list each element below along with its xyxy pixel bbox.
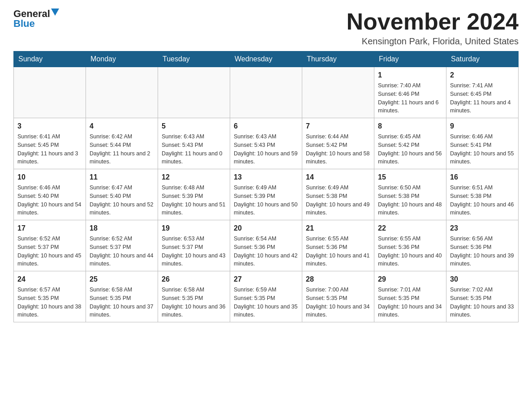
header: General Blue November 2024 Kensington Pa… <box>13 9 519 47</box>
calendar-cell: 13Sunrise: 6:49 AM Sunset: 5:39 PM Dayli… <box>230 169 302 220</box>
day-info: Sunrise: 6:44 AM Sunset: 5:42 PM Dayligh… <box>306 133 370 166</box>
day-info: Sunrise: 6:54 AM Sunset: 5:36 PM Dayligh… <box>234 235 298 268</box>
day-info: Sunrise: 6:46 AM Sunset: 5:41 PM Dayligh… <box>450 133 515 166</box>
calendar-cell: 21Sunrise: 6:55 AM Sunset: 5:36 PM Dayli… <box>302 220 374 271</box>
day-number: 27 <box>234 274 298 285</box>
day-info: Sunrise: 6:58 AM Sunset: 5:35 PM Dayligh… <box>90 286 154 319</box>
day-number: 11 <box>90 172 154 183</box>
day-of-week-saturday: Saturday <box>446 51 519 67</box>
day-info: Sunrise: 6:55 AM Sunset: 5:36 PM Dayligh… <box>306 235 370 268</box>
calendar-cell: 8Sunrise: 6:45 AM Sunset: 5:42 PM Daylig… <box>374 118 446 169</box>
day-number: 1 <box>378 70 442 81</box>
day-info: Sunrise: 6:59 AM Sunset: 5:35 PM Dayligh… <box>234 286 298 319</box>
logo-general-text: General <box>13 9 50 19</box>
calendar-cell: 19Sunrise: 6:53 AM Sunset: 5:37 PM Dayli… <box>158 220 230 271</box>
calendar-cell: 10Sunrise: 6:46 AM Sunset: 5:40 PM Dayli… <box>14 169 86 220</box>
day-info: Sunrise: 6:52 AM Sunset: 5:37 PM Dayligh… <box>17 235 82 268</box>
logo-blue-text: Blue <box>13 19 35 29</box>
calendar-cell: 28Sunrise: 7:00 AM Sunset: 5:35 PM Dayli… <box>302 271 374 322</box>
day-info: Sunrise: 7:01 AM Sunset: 5:35 PM Dayligh… <box>378 286 442 319</box>
calendar-cell: 29Sunrise: 7:01 AM Sunset: 5:35 PM Dayli… <box>374 271 446 322</box>
day-number: 7 <box>306 121 370 132</box>
day-of-week-wednesday: Wednesday <box>230 51 302 67</box>
calendar-cell: 23Sunrise: 6:56 AM Sunset: 5:36 PM Dayli… <box>446 220 519 271</box>
week-row-1: 1Sunrise: 7:40 AM Sunset: 6:46 PM Daylig… <box>14 67 519 118</box>
day-info: Sunrise: 7:02 AM Sunset: 5:35 PM Dayligh… <box>450 286 515 319</box>
day-number: 5 <box>162 121 226 132</box>
day-info: Sunrise: 6:49 AM Sunset: 5:38 PM Dayligh… <box>306 184 370 217</box>
day-info: Sunrise: 6:43 AM Sunset: 5:43 PM Dayligh… <box>234 133 298 166</box>
calendar-cell: 22Sunrise: 6:55 AM Sunset: 5:36 PM Dayli… <box>374 220 446 271</box>
calendar-cell <box>14 67 86 118</box>
day-number: 24 <box>17 274 82 285</box>
calendar-cell: 27Sunrise: 6:59 AM Sunset: 5:35 PM Dayli… <box>230 271 302 322</box>
calendar-cell: 24Sunrise: 6:57 AM Sunset: 5:35 PM Dayli… <box>14 271 86 322</box>
day-info: Sunrise: 6:49 AM Sunset: 5:39 PM Dayligh… <box>234 184 298 217</box>
calendar-cell: 14Sunrise: 6:49 AM Sunset: 5:38 PM Dayli… <box>302 169 374 220</box>
calendar-cell: 30Sunrise: 7:02 AM Sunset: 5:35 PM Dayli… <box>446 271 519 322</box>
day-of-week-thursday: Thursday <box>302 51 374 67</box>
logo-triangle-icon <box>51 9 59 16</box>
calendar-cell <box>86 67 158 118</box>
logo: General Blue <box>13 9 59 29</box>
day-number: 8 <box>378 121 442 132</box>
day-number: 10 <box>17 172 82 183</box>
day-of-week-sunday: Sunday <box>14 51 86 67</box>
day-number: 20 <box>234 223 298 234</box>
day-info: Sunrise: 6:41 AM Sunset: 5:45 PM Dayligh… <box>17 133 82 166</box>
day-number: 6 <box>234 121 298 132</box>
calendar-body: 1Sunrise: 7:40 AM Sunset: 6:46 PM Daylig… <box>14 67 519 322</box>
week-row-4: 17Sunrise: 6:52 AM Sunset: 5:37 PM Dayli… <box>14 220 519 271</box>
day-number: 25 <box>90 274 154 285</box>
calendar-cell: 26Sunrise: 6:58 AM Sunset: 5:35 PM Dayli… <box>158 271 230 322</box>
calendar-cell <box>230 67 302 118</box>
calendar-cell: 25Sunrise: 6:58 AM Sunset: 5:35 PM Dayli… <box>86 271 158 322</box>
day-info: Sunrise: 6:45 AM Sunset: 5:42 PM Dayligh… <box>378 133 442 166</box>
day-info: Sunrise: 6:47 AM Sunset: 5:40 PM Dayligh… <box>90 184 154 217</box>
day-info: Sunrise: 6:55 AM Sunset: 5:36 PM Dayligh… <box>378 235 442 268</box>
calendar-cell: 5Sunrise: 6:43 AM Sunset: 5:43 PM Daylig… <box>158 118 230 169</box>
day-info: Sunrise: 6:51 AM Sunset: 5:38 PM Dayligh… <box>450 184 515 217</box>
calendar-cell: 4Sunrise: 6:42 AM Sunset: 5:44 PM Daylig… <box>86 118 158 169</box>
day-number: 9 <box>450 121 515 132</box>
calendar-cell: 3Sunrise: 6:41 AM Sunset: 5:45 PM Daylig… <box>14 118 86 169</box>
day-number: 15 <box>378 172 442 183</box>
days-of-week-row: SundayMondayTuesdayWednesdayThursdayFrid… <box>14 51 519 67</box>
calendar-cell <box>158 67 230 118</box>
day-number: 19 <box>162 223 226 234</box>
calendar-cell: 17Sunrise: 6:52 AM Sunset: 5:37 PM Dayli… <box>14 220 86 271</box>
subtitle: Kensington Park, Florida, United States <box>347 36 519 47</box>
day-number: 26 <box>162 274 226 285</box>
calendar-cell: 1Sunrise: 7:40 AM Sunset: 6:46 PM Daylig… <box>374 67 446 118</box>
calendar-cell: 15Sunrise: 6:50 AM Sunset: 5:38 PM Dayli… <box>374 169 446 220</box>
day-info: Sunrise: 6:56 AM Sunset: 5:36 PM Dayligh… <box>450 235 515 268</box>
title-area: November 2024 Kensington Park, Florida, … <box>347 9 519 47</box>
day-info: Sunrise: 6:46 AM Sunset: 5:40 PM Dayligh… <box>17 184 82 217</box>
day-info: Sunrise: 6:42 AM Sunset: 5:44 PM Dayligh… <box>90 133 154 166</box>
day-number: 28 <box>306 274 370 285</box>
day-number: 23 <box>450 223 515 234</box>
day-number: 17 <box>17 223 82 234</box>
calendar-cell: 7Sunrise: 6:44 AM Sunset: 5:42 PM Daylig… <box>302 118 374 169</box>
day-number: 12 <box>162 172 226 183</box>
day-info: Sunrise: 6:57 AM Sunset: 5:35 PM Dayligh… <box>17 286 82 319</box>
day-number: 13 <box>234 172 298 183</box>
day-number: 3 <box>17 121 82 132</box>
day-number: 22 <box>378 223 442 234</box>
day-number: 16 <box>450 172 515 183</box>
calendar-table: SundayMondayTuesdayWednesdayThursdayFrid… <box>13 51 519 322</box>
calendar-cell: 6Sunrise: 6:43 AM Sunset: 5:43 PM Daylig… <box>230 118 302 169</box>
day-info: Sunrise: 6:52 AM Sunset: 5:37 PM Dayligh… <box>90 235 154 268</box>
day-info: Sunrise: 7:00 AM Sunset: 5:35 PM Dayligh… <box>306 286 370 319</box>
day-number: 2 <box>450 70 515 81</box>
day-info: Sunrise: 7:41 AM Sunset: 6:45 PM Dayligh… <box>450 81 515 115</box>
day-of-week-monday: Monday <box>86 51 158 67</box>
day-number: 4 <box>90 121 154 132</box>
svg-marker-0 <box>51 9 59 16</box>
calendar-cell: 2Sunrise: 7:41 AM Sunset: 6:45 PM Daylig… <box>446 67 519 118</box>
calendar-cell: 20Sunrise: 6:54 AM Sunset: 5:36 PM Dayli… <box>230 220 302 271</box>
calendar-cell: 12Sunrise: 6:48 AM Sunset: 5:39 PM Dayli… <box>158 169 230 220</box>
day-info: Sunrise: 6:58 AM Sunset: 5:35 PM Dayligh… <box>162 286 226 319</box>
day-info: Sunrise: 6:48 AM Sunset: 5:39 PM Dayligh… <box>162 184 226 217</box>
day-number: 21 <box>306 223 370 234</box>
